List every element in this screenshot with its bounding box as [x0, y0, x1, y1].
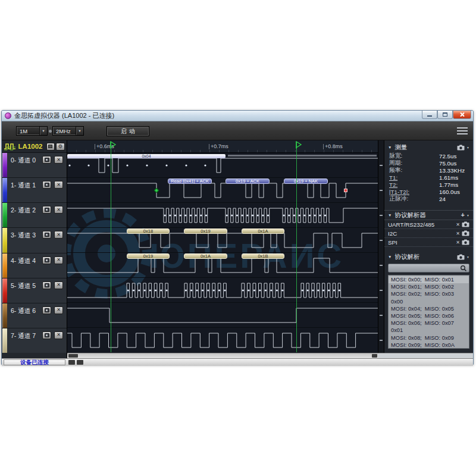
list-item[interactable]: MOSI: 0x05; MISO: 0x06 [389, 312, 469, 320]
waveform-row-ch3[interactable]: 0x18 0x19 0x1A [67, 228, 378, 253]
analyzer-row[interactable]: I2C ✕ [384, 229, 473, 238]
time-marker-flag[interactable] [109, 141, 117, 149]
chevron-down-icon[interactable]: ▼ [466, 255, 469, 259]
status-scroll-button[interactable] [68, 360, 75, 365]
channel-color-strip [2, 328, 7, 353]
channel-row: 2- 通道 2✕ [2, 203, 67, 228]
waveform-row-ch1[interactable]: Read [0x41] + ACK 0x19 + ACK 0x19 + NAK [67, 178, 378, 203]
row-resize-handle[interactable] [380, 240, 383, 241]
collapse-icon[interactable]: ▼ [388, 145, 392, 149]
analyzer-row[interactable]: SPI ✕ [384, 238, 473, 247]
channel-row: 4- 通道 4✕ [2, 253, 67, 278]
camera-icon[interactable] [457, 145, 465, 151]
waveform-rows: 0x04 Read [0x41] + ACK 0x19 + ACK 0x19 +… [67, 153, 378, 353]
channel-close-button[interactable]: ✕ [54, 331, 63, 339]
list-item[interactable]: MOSI: 0x00; MISO: 0x01 [389, 276, 469, 283]
row-resize-handle[interactable] [380, 215, 383, 216]
channel-close-button[interactable]: ✕ [54, 206, 63, 214]
channel-capture-button[interactable] [42, 181, 51, 189]
remove-analyzer-icon[interactable]: ✕ [456, 222, 460, 227]
layout-button[interactable] [46, 143, 55, 151]
waveform-row-ch6[interactable] [67, 303, 378, 328]
search-input[interactable] [389, 265, 460, 271]
row-resize-handle[interactable] [380, 340, 383, 341]
list-item[interactable]: MOSI: 0x01; MISO: 0x02 [389, 283, 469, 290]
menu-button[interactable] [457, 127, 468, 134]
hscroll-handle[interactable] [68, 354, 78, 358]
camera-icon[interactable] [462, 230, 469, 236]
channel-capture-button[interactable] [42, 206, 51, 214]
row-resize-handle[interactable] [380, 190, 383, 191]
list-item[interactable]: MOSI: 0x09; MISO: 0x0A [389, 342, 469, 349]
channel-capture-button[interactable] [42, 281, 51, 289]
channel-panel: LA1002 ⚙ 0- 通道 0✕ 1- 通道 1✕ 2- 通道 2✕ 3- 通… [2, 140, 67, 353]
channel-close-button[interactable]: ✕ [54, 231, 63, 239]
decode-label-spi: 0x19 [127, 253, 170, 259]
camera-icon[interactable] [457, 254, 465, 260]
list-item[interactable]: MOSI: 0x06; MISO: 0x07 [389, 320, 469, 327]
measure-section-header[interactable]: ▼ 测量 ▼ [384, 142, 473, 152]
time-marker-flag[interactable] [295, 141, 302, 149]
time-marker-line[interactable] [111, 142, 111, 352]
collapse-icon[interactable]: ▼ [388, 255, 392, 259]
camera-icon[interactable] [462, 221, 469, 227]
waveform-row-ch0[interactable]: 0x04 [67, 153, 378, 178]
chevron-down-icon[interactable]: ▼ [466, 146, 469, 149]
channel-capture-button[interactable] [42, 156, 51, 164]
list-item[interactable]: MOSI: 0x02; MISO: 0x03 [389, 290, 469, 298]
row-resize-handle[interactable] [380, 165, 383, 166]
time-marker-line[interactable] [296, 142, 297, 352]
channel-capture-button[interactable] [42, 231, 51, 239]
decode-label-spi: 0x1A [184, 253, 227, 259]
measure-row: |T1-T2|:160.0us [384, 188, 473, 195]
settings-button[interactable]: ⚙ [56, 143, 65, 151]
row-resize-handle[interactable] [380, 315, 383, 316]
start-button[interactable]: 启动 [107, 126, 149, 136]
analyzers-section-header[interactable]: ▼ 协议解析器 +▼ [384, 210, 473, 220]
row-resize-handle[interactable] [380, 290, 383, 291]
protocol-result-list[interactable]: MOSI: 0x00; MISO: 0x01 MOSI: 0x01; MISO:… [388, 275, 469, 349]
scroll-right-spacer [378, 353, 473, 358]
channel-close-button[interactable]: ✕ [54, 256, 63, 264]
sample-count-dropdown[interactable]: 1M ▼ [16, 126, 48, 136]
status-scroll-button[interactable] [77, 360, 83, 365]
chevron-down-icon[interactable]: ▼ [39, 127, 47, 135]
channel-close-button[interactable]: ✕ [54, 156, 63, 164]
list-item[interactable]: MOSI: 0x04; MISO: 0x05 [389, 305, 469, 312]
channel-label: 5- 通道 5 [11, 282, 36, 290]
minimize-button[interactable] [422, 111, 437, 119]
channel-close-button[interactable]: ✕ [54, 181, 63, 189]
analysis-section-header[interactable]: ▼ 协议解析 ▼ [384, 252, 473, 262]
remove-analyzer-icon[interactable]: ✕ [456, 231, 460, 236]
row-resize-handle[interactable] [380, 265, 383, 266]
list-item[interactable]: 0x00 [389, 298, 469, 305]
analyzer-row[interactable]: UART/RS232/485 ✕ [384, 220, 473, 229]
chevron-down-icon[interactable]: ▼ [76, 127, 83, 135]
close-button[interactable] [453, 111, 471, 119]
maximize-button[interactable] [437, 111, 453, 119]
camera-icon[interactable] [462, 239, 469, 245]
channel-close-button[interactable]: ✕ [54, 306, 63, 314]
camera-icon [45, 283, 49, 287]
chevron-down-icon[interactable]: ▼ [466, 214, 469, 217]
list-item[interactable]: 0x01 [389, 327, 469, 334]
waveform-row-ch7[interactable] [67, 328, 378, 353]
channel-color-strip [2, 153, 7, 177]
hscroll-button[interactable] [372, 354, 377, 358]
channel-close-button[interactable]: ✕ [54, 281, 63, 289]
sample-rate-dropdown[interactable]: 2MHz ▼ [52, 126, 84, 136]
wave-hscrollbar[interactable] [67, 353, 378, 358]
waveform-row-ch2[interactable] [67, 203, 378, 228]
remove-analyzer-icon[interactable]: ✕ [456, 240, 460, 245]
channel-capture-button[interactable] [42, 306, 51, 314]
waveform-row-ch4[interactable]: 0x19 0x1A 0x1B [67, 253, 378, 278]
add-analyzer-icon[interactable]: + [461, 212, 465, 218]
channel-capture-button[interactable] [42, 256, 51, 264]
list-item[interactable]: MOSI: 0x08; MISO: 0x09 [389, 334, 469, 342]
close-icon [459, 112, 465, 117]
channel-capture-button[interactable] [42, 331, 51, 339]
decode-label-i2c: 0x19 + ACK [226, 178, 270, 184]
waveform-row-ch5[interactable] [67, 278, 378, 303]
scroll-left-spacer [2, 353, 67, 358]
collapse-icon[interactable]: ▼ [388, 213, 392, 217]
